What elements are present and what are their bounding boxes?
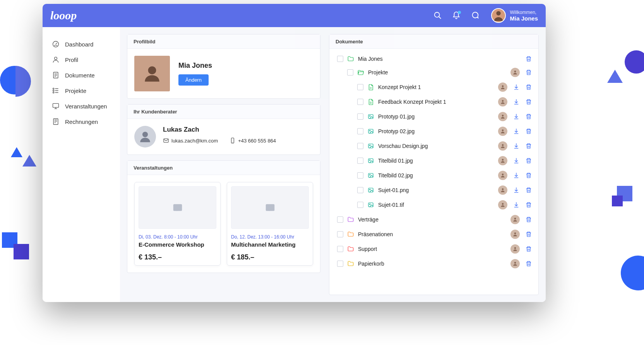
drag-handle-icon[interactable] (298, 165, 304, 171)
top-header: looop Willkommen, Mia Jones (43, 4, 546, 27)
sidebar-item-label: Veranstaltungen (65, 103, 107, 110)
chat-icon[interactable] (469, 10, 480, 21)
delete-icon[interactable] (525, 260, 532, 267)
document-row[interactable]: Verträge (329, 212, 536, 227)
document-row[interactable]: Prototyp 01.jpg (329, 109, 536, 124)
svg-point-57 (514, 70, 516, 72)
document-row[interactable]: Feedback Konzept Projekt 1 (329, 94, 536, 109)
checkbox[interactable] (357, 143, 363, 149)
delete-icon[interactable] (525, 128, 532, 135)
checkbox[interactable] (337, 56, 343, 62)
download-icon[interactable] (513, 128, 520, 135)
sidebar-item-profil[interactable]: Profil (43, 52, 120, 67)
checkbox[interactable] (357, 158, 363, 164)
svg-point-0 (435, 12, 440, 17)
sidebar-item-rechnungen[interactable]: Rechnungen (43, 114, 120, 129)
delete-icon[interactable] (525, 187, 532, 194)
event-price: € 135.– (139, 253, 216, 261)
user-menu[interactable]: Willkommen, Mia Jones (491, 8, 538, 23)
checkbox[interactable] (357, 113, 363, 120)
checkbox[interactable] (357, 128, 363, 134)
file-image-icon (367, 157, 374, 164)
sidebar-item-projekte[interactable]: Projekte (43, 83, 120, 98)
collapse-icon[interactable] (526, 38, 532, 45)
event-card[interactable]: Do, 12. Dez. 13:00 - 16:00 Uhr Multichan… (227, 182, 313, 266)
document-name: Sujet-01.tif (378, 202, 495, 208)
delete-icon[interactable] (525, 201, 532, 208)
delete-icon[interactable] (525, 113, 532, 120)
checkbox[interactable] (357, 172, 363, 179)
download-icon[interactable] (513, 172, 520, 179)
sidebar-item-veranstaltungen[interactable]: Veranstaltungen (43, 98, 120, 114)
download-icon[interactable] (513, 113, 520, 120)
checkbox[interactable] (337, 216, 343, 223)
document-row[interactable]: Support (329, 242, 536, 256)
svg-point-29 (299, 110, 300, 110)
checkbox[interactable] (357, 84, 363, 90)
delete-icon[interactable] (525, 84, 532, 91)
download-icon[interactable] (513, 84, 520, 91)
delete-icon[interactable] (525, 172, 532, 179)
delete-icon[interactable] (525, 55, 532, 62)
drag-handle-icon[interactable] (516, 38, 522, 45)
document-row[interactable]: Mia Jones (329, 53, 536, 65)
document-row[interactable]: Papierkorb (329, 256, 536, 271)
deco-shape (625, 50, 644, 74)
download-icon[interactable] (513, 157, 520, 164)
delete-icon[interactable] (525, 157, 532, 164)
checkbox[interactable] (357, 202, 363, 208)
drag-handle-icon[interactable] (298, 38, 304, 45)
document-row[interactable]: Vorschau Design.jpg (329, 139, 536, 153)
svg-point-109 (370, 204, 370, 204)
download-icon[interactable] (513, 98, 520, 105)
checkbox[interactable] (337, 261, 343, 267)
collapse-icon[interactable] (308, 108, 314, 115)
document-row[interactable]: Prototyp 02.jpg (329, 124, 536, 139)
svg-point-22 (299, 39, 300, 40)
download-icon[interactable] (513, 187, 520, 194)
deco-shape (22, 155, 36, 166)
document-row[interactable]: Sujet-01.tif (329, 197, 536, 212)
delete-icon[interactable] (525, 216, 532, 223)
delete-icon[interactable] (525, 98, 532, 105)
svg-point-43 (301, 167, 302, 168)
advisor-email[interactable]: lukas.zach@km.com (163, 137, 218, 144)
download-icon[interactable] (513, 142, 520, 149)
collapse-icon[interactable] (308, 165, 314, 171)
delete-icon[interactable] (525, 231, 532, 238)
advisor-phone[interactable]: +43 660 555 864 (230, 137, 276, 144)
svg-point-28 (148, 66, 156, 74)
document-row[interactable]: Titelbild 01.jpg (329, 153, 536, 168)
change-picture-button[interactable]: Ändern (178, 74, 209, 86)
collapse-icon[interactable] (308, 38, 314, 45)
svg-point-79 (370, 130, 370, 131)
document-row[interactable]: Projekte (329, 65, 536, 80)
checkbox[interactable] (337, 246, 343, 252)
notifications-icon[interactable] (451, 10, 462, 21)
document-row[interactable]: Sujet-01.png (329, 183, 536, 197)
document-row[interactable]: Titelbild 02.jpg (329, 168, 536, 183)
document-row[interactable]: Präsenationen (329, 227, 536, 242)
delete-icon[interactable] (525, 245, 532, 252)
svg-point-50 (517, 41, 518, 42)
checkbox[interactable] (357, 99, 363, 105)
event-card[interactable]: Di, 03. Dez. 8:00 - 10:00 Uhr E-Commerce… (134, 182, 221, 266)
svg-point-39 (299, 166, 300, 166)
sidebar-item-dashboard[interactable]: Dashboard (43, 36, 120, 52)
svg-rect-108 (368, 203, 373, 207)
drag-handle-icon[interactable] (298, 108, 304, 115)
search-icon[interactable] (432, 10, 443, 21)
sidebar-item-dokumente[interactable]: Dokumente (43, 67, 120, 83)
document-row[interactable]: Konzept Projekt 1 (329, 80, 536, 94)
delete-icon[interactable] (525, 142, 532, 149)
owner-avatar (498, 97, 507, 106)
delete-icon[interactable] (525, 69, 532, 76)
checkbox[interactable] (357, 187, 363, 193)
user-avatar (491, 8, 506, 23)
download-icon[interactable] (513, 201, 520, 208)
checkbox[interactable] (347, 69, 353, 76)
checkbox[interactable] (337, 231, 343, 237)
svg-point-9 (53, 88, 54, 89)
phone-icon (230, 137, 236, 144)
svg-point-35 (142, 132, 148, 137)
